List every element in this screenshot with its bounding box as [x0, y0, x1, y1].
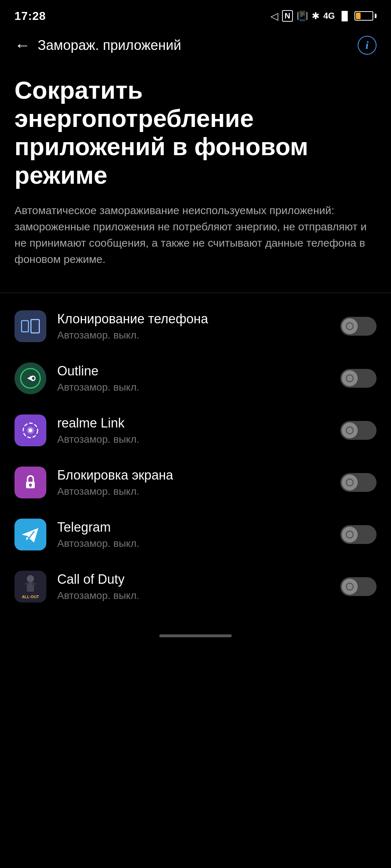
- toggle-lock[interactable]: [340, 473, 377, 492]
- svg-point-2: [32, 377, 34, 379]
- status-icons: ◁ N 📳 ✱ 4G ▐▌: [270, 10, 377, 22]
- app-name: realme Link: [57, 416, 329, 431]
- status-bar: 17:28 ◁ N 📳 ✱ 4G ▐▌: [0, 0, 391, 29]
- app-icon-outline: [14, 362, 46, 394]
- divider: [0, 293, 391, 293]
- hero-description: Автоматическое замораживание неиспользуе…: [14, 202, 377, 267]
- nfc-icon: N: [282, 10, 293, 22]
- hero-title: Сократить энергопотребление приложений в…: [14, 76, 377, 189]
- svg-point-7: [29, 429, 32, 432]
- list-item: realme Link Автозамор. выкл.: [0, 404, 391, 456]
- app-sub: Автозамор. выкл.: [57, 434, 329, 445]
- page-title: Замораж. приложений: [38, 38, 358, 53]
- app-info: realme Link Автозамор. выкл.: [57, 416, 329, 445]
- app-icon-telegram: [14, 519, 46, 550]
- app-name: Клонирование телефона: [57, 311, 329, 327]
- toggle-telegram[interactable]: [340, 525, 377, 544]
- app-info: Outline Автозамор. выкл.: [57, 363, 329, 393]
- list-item: Outline Автозамор. выкл.: [0, 352, 391, 404]
- info-button[interactable]: i: [358, 36, 377, 55]
- vibrate-icon: 📳: [297, 10, 308, 22]
- svg-text:ALL·OUT: ALL·OUT: [22, 595, 39, 599]
- toggle-clone[interactable]: [340, 317, 377, 336]
- list-item: Блокировка экрана Автозамор. выкл.: [0, 456, 391, 509]
- svg-rect-18: [32, 583, 36, 585]
- svg-point-15: [27, 575, 34, 582]
- app-info: Telegram Автозамор. выкл.: [57, 520, 329, 549]
- signal-bars: ▐▌: [339, 11, 351, 21]
- signal-icon: 4G: [323, 11, 335, 21]
- app-icon-lock: [14, 467, 46, 498]
- app-icon-realme: [14, 414, 46, 446]
- toggle-outline[interactable]: [340, 369, 377, 388]
- app-name: Telegram: [57, 520, 329, 535]
- toggle-realme[interactable]: [340, 421, 377, 440]
- app-info: Call of Duty Автозамор. выкл.: [57, 572, 329, 601]
- hero-section: Сократить энергопотребление приложений в…: [0, 61, 391, 278]
- app-name: Outline: [57, 363, 329, 379]
- toggle-cod[interactable]: [340, 577, 377, 596]
- bottom-nav-bar: [159, 634, 232, 637]
- app-sub: Автозамор. выкл.: [57, 538, 329, 549]
- app-icon-cod: ALL·OUT: [14, 571, 46, 603]
- app-list: Клонирование телефона Автозамор. выкл. O…: [0, 300, 391, 613]
- app-sub: Автозамор. выкл.: [57, 382, 329, 393]
- bluetooth-icon: ✱: [312, 10, 320, 22]
- nav-icon: ◁: [270, 10, 278, 22]
- back-button[interactable]: ←: [14, 37, 30, 53]
- list-item: ALL·OUT Call of Duty Автозамор. выкл.: [0, 561, 391, 613]
- svg-rect-17: [25, 583, 29, 585]
- app-sub: Автозамор. выкл.: [57, 329, 329, 341]
- status-time: 17:28: [14, 9, 46, 23]
- app-info: Блокировка экрана Автозамор. выкл.: [57, 468, 329, 497]
- list-item: Telegram Автозамор. выкл.: [0, 509, 391, 561]
- app-info: Клонирование телефона Автозамор. выкл.: [57, 311, 329, 341]
- app-icon-clone: [14, 310, 46, 342]
- list-item: Клонирование телефона Автозамор. выкл.: [0, 300, 391, 352]
- battery-icon: [354, 11, 377, 21]
- app-sub: Автозамор. выкл.: [57, 590, 329, 601]
- app-sub: Автозамор. выкл.: [57, 486, 329, 497]
- top-nav: ← Замораж. приложений i: [0, 29, 391, 61]
- app-name: Call of Duty: [57, 572, 329, 587]
- app-name: Блокировка экрана: [57, 468, 329, 483]
